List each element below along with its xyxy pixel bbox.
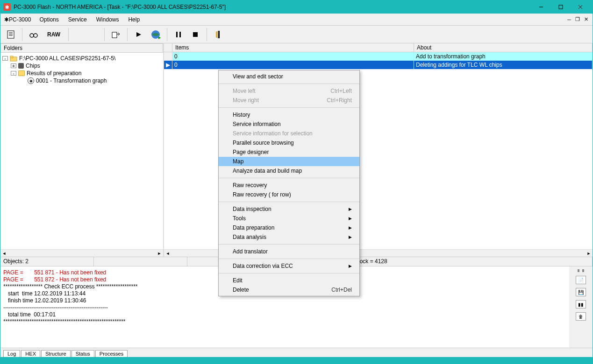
cm-tools[interactable]: Tools▶ — [219, 214, 359, 223]
toolbar-binoculars-icon[interactable] — [26, 27, 41, 42]
table-col-marker[interactable] — [164, 43, 172, 52]
cm-data-analysis[interactable]: Data analysis▶ — [219, 232, 359, 242]
cm-view-edit-sector[interactable]: View and edit sector — [219, 72, 359, 81]
cm-analyze-build-map[interactable]: Analyze data and build map — [219, 166, 359, 175]
app-icon-small: ✱ — [4, 16, 9, 23]
status-cell-2 — [94, 257, 187, 266]
app-window: ✱ PC-3000 Flash - NORTH AMERICA - [Task … — [0, 0, 593, 364]
minimize-button[interactable] — [532, 2, 550, 12]
cm-data-preparation[interactable]: Data preparation▶ — [219, 223, 359, 232]
toolbar-export-icon[interactable] — [108, 27, 123, 42]
scroll-right-icon[interactable]: ► — [156, 250, 163, 257]
menu-app[interactable]: ✱ PC-3000 — [0, 14, 35, 25]
expander-icon[interactable]: + — [11, 63, 16, 68]
cell-about: Deleting addings for TLC WL chips — [414, 61, 593, 69]
scroll-right-icon[interactable]: ► — [585, 250, 593, 257]
cm-add-translator[interactable]: Add translator — [219, 247, 359, 256]
svg-rect-15 — [179, 32, 181, 37]
menubar: ✱ PC-3000 Options Service Windows Help ─… — [0, 14, 593, 26]
toolbar-play-icon[interactable] — [131, 27, 146, 42]
toolbar-pause-icon[interactable] — [171, 27, 186, 42]
tree-chips[interactable]: + Chips — [2, 62, 161, 70]
log-save-button[interactable]: 💾 — [576, 288, 586, 296]
cm-raw-recovery[interactable]: Raw recovery — [219, 181, 359, 190]
toolbar: RAW — [0, 26, 593, 43]
toolbar-globe-icon[interactable] — [148, 27, 163, 42]
log-pause-button[interactable]: ▮▮ — [576, 300, 586, 308]
table-row[interactable]: 0 Add to transformation graph — [164, 52, 593, 61]
graph-icon: ◉ — [28, 77, 34, 84]
tab-hex[interactable]: HEX — [21, 350, 40, 357]
menu-help[interactable]: Help — [123, 14, 144, 25]
cm-data-correction-ecc[interactable]: Data correction via ECC▶ — [219, 261, 359, 271]
svg-marker-13 — [158, 36, 161, 39]
table-col-items[interactable]: Items — [172, 43, 414, 52]
cm-data-inspection[interactable]: Data inspection▶ — [219, 204, 359, 214]
folder-icon — [18, 70, 25, 76]
tab-status[interactable]: Status — [71, 350, 94, 357]
child-minimize-button[interactable]: ─ — [565, 16, 573, 23]
context-menu: View and edit sector Move leftCtrl+Left … — [218, 70, 360, 296]
titlebar[interactable]: ✱ PC-3000 Flash - NORTH AMERICA - [Task … — [0, 0, 593, 14]
tab-structure[interactable]: Structure — [41, 350, 71, 357]
svg-rect-19 — [10, 56, 13, 58]
maximize-button[interactable] — [551, 2, 570, 12]
child-restore-button[interactable]: ❐ — [574, 16, 581, 23]
chevron-right-icon: ▶ — [349, 207, 352, 211]
tree-root[interactable]: - F:\PC-3000 ALL CASES\PS2251-67-5\ — [2, 55, 161, 62]
window-controls — [532, 2, 590, 12]
horizontal-scrollbar[interactable]: ◄ ► — [0, 249, 163, 257]
tab-processes[interactable]: Processes — [95, 350, 128, 357]
scroll-left-icon[interactable]: ◄ — [164, 250, 171, 257]
expander-icon[interactable]: - — [11, 71, 16, 76]
folder-tree[interactable]: - F:\PC-3000 ALL CASES\PS2251-67-5\ + Ch… — [0, 53, 163, 249]
chevron-right-icon: ▶ — [349, 225, 352, 230]
folder-open-icon — [10, 55, 17, 62]
close-button[interactable] — [571, 2, 590, 12]
tree-results-label: Results of preparation — [27, 70, 81, 77]
toolbar-raw-button[interactable]: RAW — [43, 27, 64, 42]
svg-rect-16 — [193, 32, 198, 37]
cm-move-left: Move leftCtrl+Left — [219, 86, 359, 96]
child-close-button[interactable]: ✕ — [582, 16, 590, 23]
cm-raw-recovery-row[interactable]: Raw recovery ( for row) — [219, 190, 359, 199]
cm-page-designer[interactable]: Page designer — [219, 147, 359, 157]
table-row-selected[interactable]: ▶ 0 Deleting addings for TLC WL chips — [164, 61, 593, 69]
cm-service-info-selection: Service information for selection — [219, 129, 359, 138]
toolbar-stop-icon[interactable] — [188, 27, 203, 42]
log-open-button[interactable]: 📄 — [576, 276, 586, 284]
cm-service-info[interactable]: Service information — [219, 119, 359, 129]
svg-rect-14 — [176, 32, 178, 37]
cell-about: Add to transformation graph — [414, 52, 593, 61]
cell-item: 0 — [172, 61, 414, 69]
svg-point-8 — [30, 34, 34, 37]
tree-results[interactable]: - Results of preparation — [2, 70, 161, 77]
tree-graph[interactable]: ◉ 0001 - Transformation graph — [2, 77, 161, 84]
scroll-left-icon[interactable]: ◄ — [0, 250, 8, 257]
svg-point-9 — [34, 34, 37, 37]
cell-item: 0 — [172, 52, 414, 61]
menu-service[interactable]: Service — [64, 14, 92, 25]
tree-chips-label: Chips — [26, 63, 40, 69]
svg-rect-1 — [559, 5, 563, 9]
tree-graph-label: 0001 - Transformation graph — [36, 77, 107, 84]
menu-windows[interactable]: Windows — [92, 14, 124, 25]
toolbar-exit-icon[interactable] — [211, 27, 226, 42]
tab-log[interactable]: Log — [3, 350, 20, 357]
cm-map[interactable]: Map — [219, 157, 359, 166]
row-marker: ▶ — [164, 61, 172, 69]
log-clear-button[interactable]: 🗑 — [576, 312, 586, 321]
menu-options[interactable]: Options — [35, 14, 63, 25]
bottom-tabs: Log HEX Structure Status Processes — [0, 348, 593, 357]
svg-marker-11 — [136, 32, 141, 37]
tree-root-label: F:\PC-3000 ALL CASES\PS2251-67-5\ — [19, 55, 115, 62]
svg-rect-10 — [112, 32, 117, 38]
expander-icon[interactable]: - — [2, 56, 8, 61]
cm-history[interactable]: History — [219, 110, 359, 119]
toolbar-script-icon[interactable] — [3, 27, 18, 42]
cm-edit[interactable]: Edit — [219, 276, 359, 285]
table-col-about[interactable]: About — [414, 43, 593, 52]
folders-panel: Folders - F:\PC-3000 ALL CASES\PS2251-67… — [0, 43, 164, 257]
cm-delete[interactable]: DeleteCtrl+Del — [219, 285, 359, 294]
cm-parallel-browsing[interactable]: Parallel source browsing — [219, 138, 359, 147]
